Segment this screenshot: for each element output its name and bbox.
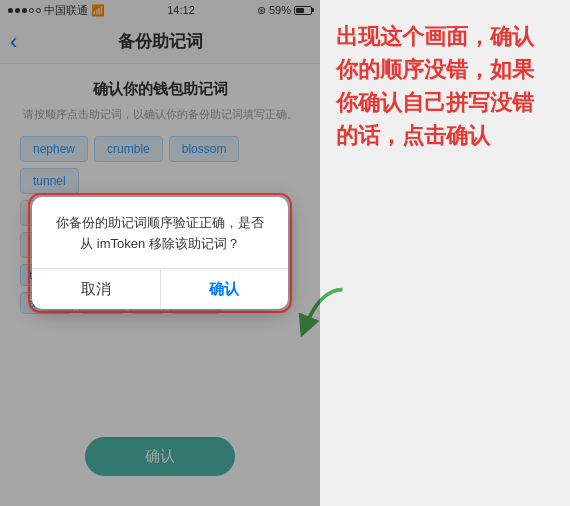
phone-frame: 中国联通 📶 14:12 ⊛ 59% ‹ 备份助记词 确认你的钱包助记词 请按顺…	[0, 0, 320, 506]
dialog-body: 你备份的助记词顺序验证正确，是否从 imToken 移除该助记词？	[32, 197, 288, 269]
dialog-confirm-button[interactable]: 确认	[161, 269, 289, 309]
dialog: 你备份的助记词顺序验证正确，是否从 imToken 移除该助记词？ 取消 确认	[32, 197, 288, 310]
dialog-actions: 取消 确认	[32, 269, 288, 309]
dialog-highlight-border: 你备份的助记词顺序验证正确，是否从 imToken 移除该助记词？ 取消 确认	[28, 193, 292, 314]
dialog-message: 你备份的助记词顺序验证正确，是否从 imToken 移除该助记词？	[52, 213, 268, 255]
dialog-cancel-button[interactable]: 取消	[32, 269, 161, 309]
annotation-panel: 出现这个画面，确认你的顺序没错，如果你确认自己拼写没错的话，点击确认	[320, 0, 570, 506]
overlay: 你备份的助记词顺序验证正确，是否从 imToken 移除该助记词？ 取消 确认	[0, 0, 320, 506]
annotation-text: 出现这个画面，确认你的顺序没错，如果你确认自己拼写没错的话，点击确认	[336, 20, 554, 152]
